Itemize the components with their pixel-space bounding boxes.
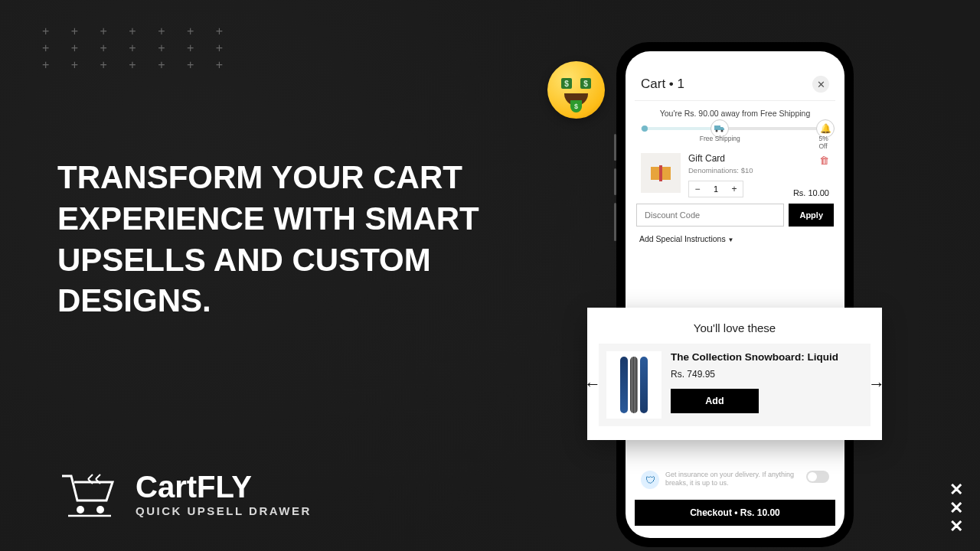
insurance-text: Get insurance on your delivery. If anyth… (665, 471, 800, 488)
item-price: Rs. 10.00 (793, 188, 829, 197)
x-decoration: ✕✕✕ (949, 481, 963, 536)
upsell-title: The Collection Snowboard: Liquid (671, 351, 863, 363)
phone-mockup: Cart • 1 ✕ You're Rs. 90.00 away from Fr… (616, 42, 854, 547)
svg-point-2 (716, 130, 718, 132)
svg-point-1 (96, 506, 104, 514)
prev-arrow-icon[interactable]: ← (584, 374, 601, 394)
cart-item: Gift Card Denominations: $10 − + 🗑 Rs. 1… (635, 147, 835, 204)
cart-title: Cart • 1 (641, 77, 684, 92)
trash-icon[interactable]: 🗑 (819, 155, 829, 166)
add-button[interactable]: Add (671, 389, 759, 413)
discount-input[interactable] (636, 204, 784, 227)
upsell-heading: You'll love these (599, 321, 871, 334)
special-instructions[interactable]: Add Special Instructions ▼ (635, 233, 835, 253)
qty-plus[interactable]: + (726, 181, 743, 197)
apply-button[interactable]: Apply (789, 204, 834, 227)
chevron-down-icon: ▼ (728, 236, 734, 243)
qty-minus[interactable]: − (689, 181, 706, 197)
progress-track: 🔔 (641, 127, 829, 130)
upsell-panel: You'll love these ← → The Collection Sno… (587, 308, 882, 440)
headline: TRANSFORM YOUR CART EXPERIENCE WITH SMAR… (57, 157, 532, 321)
item-subtitle: Denominations: $10 (688, 166, 829, 174)
insurance-row: 🛡 Get insurance on your delivery. If any… (635, 466, 835, 494)
money-face-emoji: $$ $ (547, 61, 605, 119)
cart-logo-icon (57, 467, 119, 520)
svg-point-0 (77, 506, 84, 514)
item-title: Gift Card (688, 153, 829, 164)
brand-logo-block: CartFLY QUICK UPSELL DRAWER (57, 467, 312, 520)
svg-point-3 (721, 130, 724, 132)
plus-decoration: + + + + + + ++ + + + + + ++ + + + + + + (42, 23, 232, 73)
milestone-label: Free Shipping (700, 135, 740, 142)
shipping-message: You're Rs. 90.00 away from Free Shipping (635, 109, 835, 118)
close-icon[interactable]: ✕ (812, 76, 829, 93)
item-thumbnail (641, 153, 681, 193)
next-arrow-icon[interactable]: → (868, 374, 885, 394)
quantity-stepper[interactable]: − + (688, 181, 743, 197)
insurance-toggle[interactable] (806, 471, 829, 483)
brand-tagline: QUICK UPSELL DRAWER (136, 504, 312, 517)
shield-icon: 🛡 (641, 471, 659, 489)
checkout-button[interactable]: Checkout • Rs. 10.00 (635, 500, 835, 526)
upsell-thumbnail (606, 351, 662, 419)
brand-name: CartFLY (136, 470, 312, 504)
upsell-item: The Collection Snowboard: Liquid Rs. 749… (599, 344, 871, 426)
qty-input[interactable] (706, 181, 726, 197)
upsell-price: Rs. 749.95 (671, 369, 863, 380)
